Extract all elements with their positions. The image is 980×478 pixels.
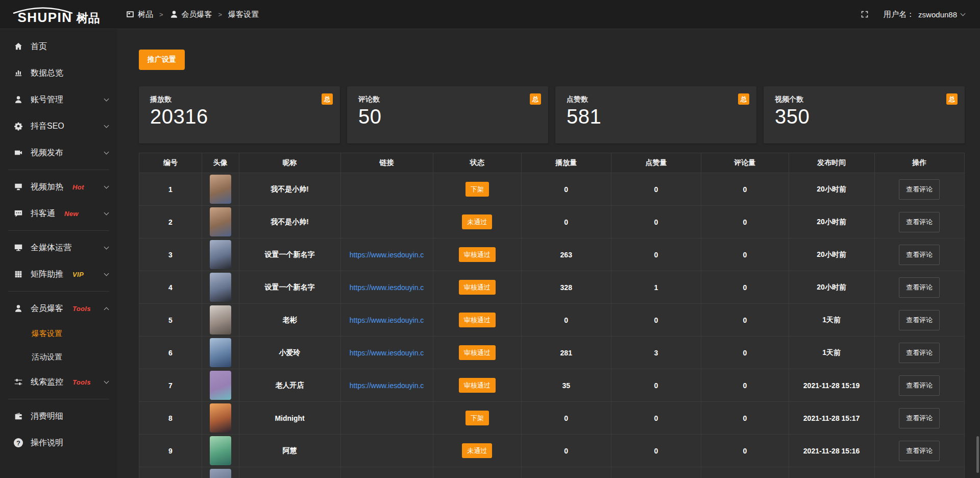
cell-nickname: 小爱玲 [239,337,340,369]
sidebar-subitem-activity-settings[interactable]: 活动设置 [0,345,117,369]
cell-comments: 0 [701,402,789,435]
sidebar-item-video-heat[interactable]: 视频加热Hot [0,174,117,200]
sidebar-item-label: 会员爆客 [31,303,63,314]
status-badge[interactable]: 下架 [465,411,489,425]
view-comments-button[interactable]: 查看评论 [899,245,940,265]
view-comments-button[interactable]: 查看评论 [899,441,940,461]
sidebar-item-instructions[interactable]: ?操作说明 [0,429,117,456]
stat-label: 点赞数 [567,95,745,104]
video-link[interactable]: https://www.iesdouyin.c [344,283,430,292]
sidebar-item-member-baoke[interactable]: 会员爆客Tools [0,295,117,322]
cell-actions: 查看评论 [874,402,964,435]
cell-id [139,467,202,478]
avatar [210,240,231,269]
promo-settings-button[interactable]: 推广设置 [139,50,185,70]
sidebar-item-label: 爆客设置 [32,329,62,339]
video-link[interactable]: https://www.iesdouyin.c [344,381,430,390]
sidebar-item-consumption-detail[interactable]: 消费明细 [0,403,117,429]
scrollbar-thumb[interactable] [976,436,979,473]
view-comments-button[interactable]: 查看评论 [899,310,940,330]
cell-link: https://www.iesdouyin.c [340,337,433,369]
sidebar-item-account-manage[interactable]: 账号管理 [0,86,117,113]
gear-icon [13,122,23,131]
cell-id: 5 [139,304,202,337]
cell-comments: 0 [701,337,789,369]
stat-label: 视频个数 [775,95,953,104]
user-icon [13,95,23,104]
cell-link [340,467,433,478]
stat-card-1: 播放数20316总 [139,86,340,144]
column-header: 头像 [202,153,239,173]
breadcrumb-label: 树品 [138,10,153,19]
table-row [139,467,965,478]
chevron-down-icon [104,245,109,250]
video-link[interactable]: https://www.iesdouyin.c [344,349,430,357]
chevron-down-icon [104,150,109,155]
avatar [210,403,231,433]
status-badge[interactable]: 审核通过 [459,247,496,262]
user-menu[interactable]: 用户名：zswodun88 [884,10,965,19]
sidebar-item-label: 全媒体运营 [31,243,71,253]
top-header: SHUPIN 树品 树品>会员爆客>爆客设置 用户名：zswodun88 [0,0,980,29]
sidebar-item-video-publish[interactable]: 视频发布 [0,139,117,166]
sidebar-item-label: 视频加热 [31,182,63,193]
breadcrumb-item-2[interactable]: 会员爆客 [169,10,212,19]
view-comments-button[interactable]: 查看评论 [899,179,940,200]
status-badge[interactable]: 审核通过 [459,378,496,393]
column-header: 播放量 [521,153,611,173]
sidebar: 首页数据总览账号管理抖音SEO视频发布视频加热Hot抖客通New全媒体运营矩阵助… [0,29,117,478]
sidebar-item-matrix-boost[interactable]: 矩阵助推VIP [0,261,117,288]
sidebar-item-home[interactable]: 首页 [0,33,117,60]
cell-nickname: 老人开店 [239,369,340,402]
videos-table: 编号头像昵称链接状态播放量点赞量评论量发布时间操作 1我不是小帅!下架00020… [139,153,965,478]
cell-id: 4 [139,271,202,304]
sidebar-item-omnimedia[interactable]: 全媒体运营 [0,234,117,261]
cell-publish-time [789,467,874,478]
breadcrumb-item-1[interactable]: 树品 [126,10,153,19]
status-badge[interactable]: 下架 [465,182,489,197]
cell-likes: 0 [611,304,701,337]
avatar [210,305,231,334]
avatar [210,371,231,400]
view-comments-button[interactable]: 查看评论 [899,212,940,232]
view-comments-button[interactable]: 查看评论 [899,343,940,363]
table-row: 5老彬https://www.iesdouyin.c审核通过0001天前查看评论 [139,304,965,337]
cell-status: 审核通过 [433,337,521,369]
status-badge[interactable]: 审核通过 [459,345,496,360]
sidebar-item-douyin-seo[interactable]: 抖音SEO [0,113,117,139]
view-comments-button[interactable]: 查看评论 [899,277,940,298]
cell-link: https://www.iesdouyin.c [340,304,433,337]
cell-likes [611,467,701,478]
sidebar-item-badge: Hot [72,183,84,191]
sidebar-subitem-baoke-settings[interactable]: 爆客设置 [0,322,117,345]
status-badge[interactable]: 未通过 [462,443,492,458]
stat-value: 581 [567,105,745,128]
cell-id: 9 [139,435,202,467]
cell-nickname: 我不是小帅! [239,206,340,238]
cell-publish-time: 2021-11-28 15:17 [789,402,874,435]
status-badge[interactable]: 审核通过 [459,313,496,327]
video-link[interactable]: https://www.iesdouyin.c [344,316,430,324]
sidebar-item-clue-monitor[interactable]: 线索监控Tools [0,369,117,395]
cell-likes: 3 [611,337,701,369]
cell-status: 下架 [433,173,521,206]
cell-plays: 35 [521,369,611,402]
view-comments-button[interactable]: 查看评论 [899,375,940,396]
status-badge[interactable]: 未通过 [462,214,492,229]
sidebar-item-data-overview[interactable]: 数据总览 [0,60,117,86]
cell-avatar [202,369,239,402]
app-logo[interactable]: SHUPIN 树品 [0,5,117,24]
video-link[interactable]: https://www.iesdouyin.c [344,251,430,259]
grid-icon [13,270,23,279]
cell-comments: 0 [701,238,789,271]
cell-comments: 0 [701,173,789,206]
fullscreen-icon[interactable] [860,10,869,19]
chevron-down-icon [104,379,109,384]
avatar [210,469,231,478]
column-header: 点赞量 [611,153,701,173]
sidebar-item-douketong[interactable]: 抖客通New [0,200,117,227]
status-badge[interactable]: 审核通过 [459,280,496,295]
view-comments-button[interactable]: 查看评论 [899,408,940,428]
screen-icon [13,182,23,192]
cell-status: 未通过 [433,206,521,238]
